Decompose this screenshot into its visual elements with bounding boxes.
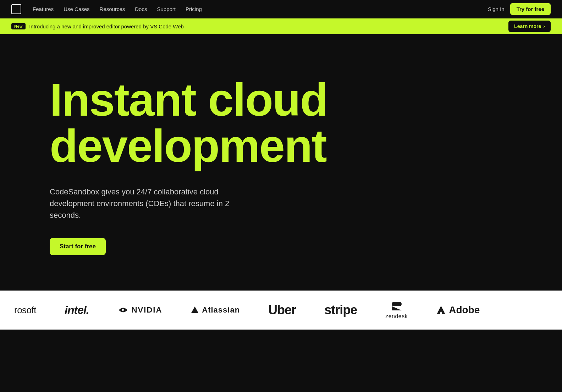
- banner-text: Introducing a new and improved editor po…: [29, 23, 184, 29]
- learn-more-label: Learn more: [514, 23, 541, 29]
- intel-wordmark: intel.: [65, 304, 89, 317]
- hero-subtitle: CodeSandbox gives you 24/7 collaborative…: [50, 186, 248, 221]
- navbar-right: Sign In Try for free: [488, 3, 551, 15]
- logo-microsoft: rosoft: [14, 305, 36, 316]
- nav-item-support[interactable]: Support: [157, 6, 176, 12]
- chevron-right-icon: ›: [543, 23, 545, 29]
- learn-more-button[interactable]: Learn more ›: [508, 21, 551, 32]
- nav-item-use-cases[interactable]: Use Cases: [64, 6, 89, 12]
- logo-atlassian: Atlassian: [191, 305, 240, 315]
- svg-rect-0: [392, 302, 402, 306]
- navbar: Features Use Cases Resources Docs Suppor…: [0, 0, 562, 18]
- nav-item-pricing[interactable]: Pricing: [186, 6, 202, 12]
- nav-links: Features Use Cases Resources Docs Suppor…: [33, 6, 202, 12]
- stripe-wordmark: stripe: [324, 303, 357, 318]
- nvidia-wordmark: NVIDIA: [132, 305, 162, 315]
- announcement-banner: New Introducing a new and improved edito…: [0, 18, 562, 34]
- logos-track: rosoft intel. NVIDIA Atlassian Uber stri…: [0, 300, 562, 320]
- adobe-icon: [436, 305, 446, 315]
- logo-stripe: stripe: [324, 303, 357, 318]
- new-badge: New: [11, 23, 26, 29]
- logo-intel: intel.: [65, 304, 89, 317]
- hero-title-line2: development: [50, 120, 326, 172]
- zendesk-wordmark: zendesk: [385, 313, 408, 320]
- start-for-free-button[interactable]: Start for free: [50, 238, 106, 255]
- sign-in-button[interactable]: Sign In: [488, 6, 505, 12]
- nav-item-docs[interactable]: Docs: [135, 6, 147, 12]
- logo-zendesk: zendesk: [385, 300, 408, 320]
- logo-adobe: Adobe: [436, 304, 480, 316]
- hero-title: Instant cloud development: [50, 77, 369, 169]
- logo-nvidia: NVIDIA: [117, 305, 162, 315]
- nvidia-icon: [117, 307, 129, 314]
- atlassian-wordmark: Atlassian: [202, 305, 240, 315]
- hero-section: Instant cloud development CodeSandbox gi…: [0, 34, 562, 291]
- banner-left: New Introducing a new and improved edito…: [11, 23, 184, 29]
- uber-wordmark: Uber: [268, 303, 296, 318]
- navbar-left: Features Use Cases Resources Docs Suppor…: [11, 4, 202, 14]
- adobe-wordmark: Adobe: [449, 304, 480, 316]
- hero-title-line1: Instant cloud: [50, 74, 327, 126]
- logo-icon[interactable]: [11, 4, 21, 14]
- microsoft-wordmark: rosoft: [14, 305, 36, 316]
- atlassian-icon: [191, 306, 199, 314]
- nav-item-features[interactable]: Features: [33, 6, 54, 12]
- logo-uber: Uber: [268, 303, 296, 318]
- logos-section: rosoft intel. NVIDIA Atlassian Uber stri…: [0, 291, 562, 330]
- nav-item-resources[interactable]: Resources: [100, 6, 125, 12]
- try-for-free-button[interactable]: Try for free: [510, 3, 551, 15]
- zendesk-icon: [390, 300, 403, 313]
